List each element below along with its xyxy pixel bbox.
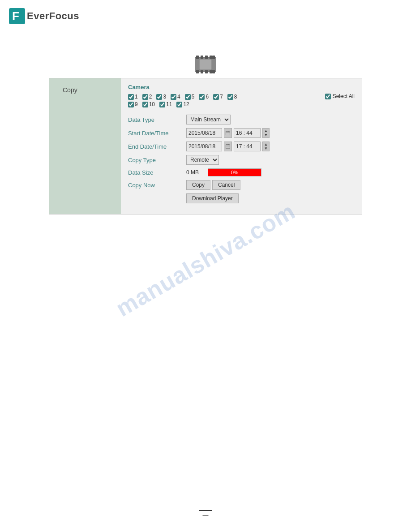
camera-section-label: Camera [128, 84, 355, 90]
copy-now-control: Copy Cancel [186, 180, 355, 190]
data-type-row: Data Type Main Stream Sub Stream [128, 115, 355, 124]
camera-6-label: 6 [206, 94, 209, 100]
camera-7-label: 7 [220, 94, 223, 100]
select-all-label: Select All [333, 93, 355, 99]
download-player-button[interactable]: Download Player [186, 193, 239, 203]
data-size-label: Data Size [128, 169, 186, 176]
end-time-spinner[interactable]: ▲ ▼ [262, 142, 270, 151]
camera-10-checkbox[interactable] [142, 102, 148, 107]
spinner-down-icon: ▼ [264, 133, 268, 137]
svg-rect-11 [210, 70, 212, 73]
main-panel: Copy Camera 1 2 [49, 78, 362, 215]
camera-1-checkbox[interactable] [128, 94, 134, 100]
svg-rect-9 [201, 70, 203, 73]
cancel-button[interactable]: Cancel [212, 180, 240, 190]
svg-rect-8 [196, 70, 199, 73]
spinner-up-icon: ▲ [264, 129, 268, 133]
camera-checkbox-12[interactable]: 12 [176, 101, 189, 107]
svg-rect-12 [212, 70, 215, 73]
svg-rect-7 [212, 56, 215, 59]
logo: F EverFocus [9, 8, 79, 24]
camera-checkbox-6[interactable]: 6 [199, 94, 209, 100]
camera-5-checkbox[interactable] [185, 94, 191, 100]
camera-5-label: 5 [192, 94, 195, 100]
svg-rect-14 [226, 131, 230, 135]
progress-bar-container: 0% [208, 168, 261, 176]
form-section: Data Type Main Stream Sub Stream Start D… [128, 115, 355, 203]
camera-1-label: 1 [135, 94, 138, 100]
svg-rect-13 [199, 59, 212, 70]
svg-rect-5 [205, 56, 208, 59]
svg-rect-6 [210, 56, 212, 59]
camera-2-label: 2 [149, 94, 152, 100]
end-time-input[interactable] [234, 142, 261, 151]
camera-checkbox-2[interactable]: 2 [142, 94, 152, 100]
data-type-control: Main Stream Sub Stream [186, 115, 355, 124]
copy-type-row: Copy Type Remote USB DVD [128, 155, 355, 165]
copy-type-select[interactable]: Remote USB DVD [186, 155, 219, 165]
page-number: — [199, 510, 212, 519]
data-type-select[interactable]: Main Stream Sub Stream [186, 115, 231, 124]
camera-checkbox-1[interactable]: 1 [128, 94, 138, 100]
camera-7-checkbox[interactable] [213, 94, 219, 100]
camera-checkbox-4[interactable]: 4 [171, 94, 180, 100]
calendar-icon [226, 131, 230, 135]
camera-section: Camera 1 2 3 [128, 84, 355, 107]
camera-11-checkbox[interactable] [159, 102, 165, 107]
download-player-control: Download Player [186, 193, 355, 203]
copy-now-row: Copy Now Copy Cancel [128, 180, 355, 190]
download-player-row: Download Player [128, 193, 355, 203]
copy-button[interactable]: Copy [186, 180, 210, 190]
start-date-calendar-button[interactable] [224, 128, 232, 138]
camera-9-checkbox[interactable] [128, 102, 134, 107]
start-date-input[interactable] [186, 128, 222, 138]
watermark: manualshiva.com [111, 197, 300, 322]
logo-text: EverFocus [27, 10, 79, 22]
camera-checkbox-3[interactable]: 3 [156, 94, 166, 100]
start-time-spinner[interactable]: ▲ ▼ [262, 128, 270, 138]
camera-row-1: 1 2 3 4 [128, 94, 242, 100]
progress-bar-label: 0% [231, 170, 238, 175]
camera-3-label: 3 [163, 94, 166, 100]
camera-3-checkbox[interactable] [156, 94, 162, 100]
camera-checkbox-9[interactable]: 9 [128, 101, 138, 107]
data-size-row: Data Size 0 MB 0% [128, 168, 355, 176]
data-type-label: Data Type [128, 116, 186, 123]
start-time-input[interactable] [234, 128, 261, 138]
camera-9-label: 9 [135, 101, 138, 107]
camera-10-label: 10 [149, 101, 155, 107]
everfocus-logo-icon: F [9, 8, 25, 24]
camera-6-checkbox[interactable] [199, 94, 205, 100]
camera-checkbox-10[interactable]: 10 [142, 101, 155, 107]
camera-checkbox-7[interactable]: 7 [213, 94, 223, 100]
right-content: Camera 1 2 3 [121, 78, 362, 214]
camera-checkbox-8[interactable]: 8 [227, 94, 237, 100]
header: F EverFocus [0, 0, 411, 29]
select-all-checkbox[interactable] [325, 94, 331, 99]
end-date-calendar-button[interactable] [224, 142, 232, 151]
end-date-label: End Date/Time [128, 143, 186, 150]
camera-11-label: 11 [166, 101, 172, 107]
camera-12-checkbox[interactable] [176, 102, 182, 107]
film-icon-area [0, 56, 411, 73]
left-sidebar: Copy [49, 78, 121, 214]
copy-label: Copy [49, 83, 77, 94]
copy-type-control: Remote USB DVD [186, 155, 355, 165]
end-date-row: End Date/Time [128, 142, 355, 151]
camera-8-label: 8 [234, 94, 237, 100]
calendar-icon-end [226, 144, 230, 149]
data-size-control: 0 MB 0% [186, 168, 355, 176]
spinner-up-icon-end: ▲ [264, 142, 268, 146]
svg-rect-3 [196, 56, 199, 59]
svg-rect-10 [205, 70, 208, 73]
select-all-row[interactable]: Select All [325, 93, 355, 99]
end-date-input[interactable] [186, 142, 222, 151]
camera-4-checkbox[interactable] [171, 94, 176, 100]
camera-checkbox-5[interactable]: 5 [185, 94, 195, 100]
copy-now-label: Copy Now [128, 182, 186, 189]
camera-8-checkbox[interactable] [227, 94, 233, 100]
camera-checkbox-11[interactable]: 11 [159, 101, 172, 107]
copy-now-buttons: Copy Cancel [186, 180, 240, 190]
spinner-down-icon-end: ▼ [264, 146, 268, 150]
camera-2-checkbox[interactable] [142, 94, 148, 100]
